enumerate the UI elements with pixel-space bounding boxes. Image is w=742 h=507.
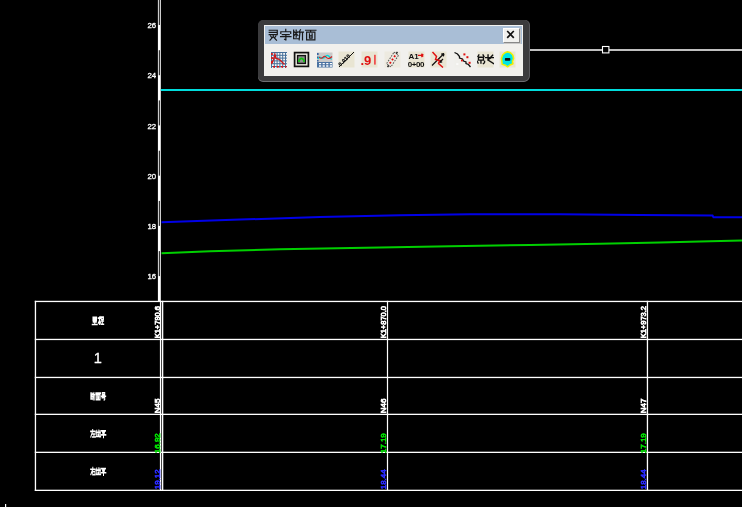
svg-text:18: 18 [148,222,157,231]
svg-text:N46: N46 [379,398,388,413]
svg-text:20: 20 [148,172,157,181]
svg-text:K1+973.2: K1+973.2 [639,306,648,338]
svg-text:1: 1 [94,350,102,366]
svg-text:16: 16 [148,272,157,281]
svg-text:18.44: 18.44 [379,469,388,490]
svg-text:17.19: 17.19 [639,433,648,454]
svg-text:N47: N47 [639,398,648,413]
svg-text:19.12: 19.12 [153,469,162,490]
svg-text:24: 24 [148,71,157,80]
svg-text:K1+870.0: K1+870.0 [379,306,388,338]
svg-text:0+00: 0+00 [408,60,425,68]
svg-text:22: 22 [148,122,157,131]
svg-text:N45: N45 [153,398,162,413]
svg-text:26: 26 [148,21,157,30]
svg-text:K1+790.6: K1+790.6 [153,306,162,338]
svg-text:18.44: 18.44 [639,469,648,490]
svg-text:.9: .9 [361,53,371,68]
svg-text:17.19: 17.19 [379,433,388,454]
svg-text:16.92: 16.92 [153,433,162,454]
